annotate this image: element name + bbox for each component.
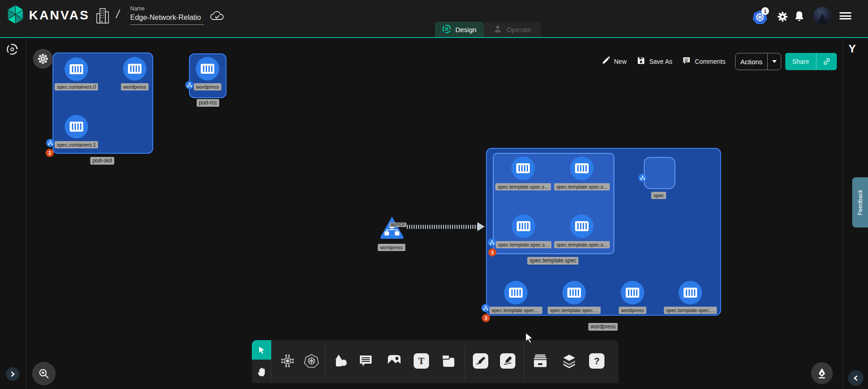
- tab-design[interactable]: Design: [435, 22, 484, 37]
- node-container[interactable]: [65, 57, 88, 81]
- meshery-spiral-icon[interactable]: [6, 43, 18, 57]
- node-label: spec.containers.1: [55, 141, 98, 148]
- container-icon: [70, 122, 83, 132]
- comment-icon: [682, 57, 691, 66]
- node-container[interactable]: [196, 57, 219, 81]
- node-spec[interactable]: [644, 157, 675, 189]
- error-count-badge[interactable]: 3: [488, 248, 496, 256]
- text-tool-button[interactable]: T: [412, 352, 430, 370]
- kubernetes-tool-button[interactable]: [302, 352, 321, 370]
- container-icon: [626, 288, 639, 298]
- zoom-search-button[interactable]: [32, 362, 56, 385]
- node-container[interactable]: [504, 281, 528, 304]
- expand-left-panel-button[interactable]: [6, 367, 19, 381]
- node-label: spec.template.spec.s...: [496, 241, 552, 248]
- container-icon: [201, 64, 214, 74]
- node-container[interactable]: [512, 214, 535, 238]
- canvas-flower-button[interactable]: [33, 49, 53, 69]
- error-count-badge[interactable]: 2: [46, 149, 54, 157]
- sitemap-badge-icon[interactable]: [185, 81, 193, 89]
- draw-line-tool-button[interactable]: [472, 352, 490, 370]
- sitemap-badge-icon[interactable]: [481, 304, 490, 312]
- group-label: pod-rcc: [197, 99, 219, 107]
- group-label: pod-skd: [90, 157, 114, 165]
- node-label: spec.template.spec....: [664, 307, 717, 314]
- note-tool-button[interactable]: [439, 352, 458, 370]
- container-icon: [516, 163, 530, 173]
- organization-building-icon[interactable]: [95, 7, 110, 24]
- save-as-label: Save As: [649, 58, 672, 65]
- operate-person-icon: [493, 24, 502, 35]
- save-as-button[interactable]: Save As: [637, 57, 672, 66]
- node-container[interactable]: [511, 157, 535, 180]
- floppy-disk-icon: [637, 57, 645, 66]
- image-tool-button[interactable]: [385, 352, 403, 370]
- group-label: spec.template.spec: [527, 257, 578, 265]
- node-service-triangle[interactable]: [379, 215, 405, 242]
- components-chip-button[interactable]: [278, 352, 297, 370]
- draw-freehand-tool-button[interactable]: [499, 352, 517, 370]
- chevron-down-icon: [772, 60, 777, 63]
- sitemap-badge-icon[interactable]: [638, 174, 646, 182]
- feedback-label: Feedback: [857, 190, 863, 215]
- actions-dropdown-button[interactable]: Actions: [735, 53, 781, 70]
- notifications-bell-icon[interactable]: [794, 10, 805, 22]
- select-tool-button[interactable]: [252, 340, 271, 360]
- node-container[interactable]: [570, 157, 594, 180]
- archive-drawer-button[interactable]: [531, 352, 549, 370]
- copy-link-icon[interactable]: [816, 53, 837, 70]
- edge-port-label: 80/TCP: [390, 223, 406, 227]
- kanvas-logo[interactable]: KANVAS: [6, 5, 90, 26]
- new-button[interactable]: New: [602, 57, 627, 66]
- help-button[interactable]: ?: [588, 352, 606, 370]
- node-container[interactable]: [65, 115, 88, 138]
- settings-gear-icon[interactable]: [777, 11, 788, 23]
- sitemap-badge-icon[interactable]: [46, 139, 54, 147]
- node-label: wordpress: [619, 307, 646, 314]
- left-rail-divider: [26, 39, 26, 389]
- pen-nib-button[interactable]: [811, 362, 833, 384]
- logo-wordmark: KANVAS: [29, 8, 90, 23]
- node-label: spec.containers.0: [55, 83, 98, 90]
- cloud-sync-icon: [209, 10, 225, 23]
- node-container[interactable]: [123, 57, 146, 81]
- node-label: wordpress: [194, 83, 222, 90]
- pencil-icon: [602, 57, 610, 66]
- node-label: spec.template.spec.s...: [495, 183, 551, 190]
- layers-button[interactable]: [560, 352, 578, 370]
- node-container[interactable]: [679, 281, 702, 304]
- feedback-tab[interactable]: Feedback: [852, 177, 868, 228]
- node-container[interactable]: [570, 214, 594, 238]
- menu-icon[interactable]: [840, 12, 851, 19]
- comment-tool-button[interactable]: [357, 352, 375, 370]
- node-label: wordpress: [378, 244, 406, 251]
- pan-tool-button[interactable]: [252, 360, 271, 383]
- design-name-label: Name: [130, 5, 204, 12]
- right-rail-divider: [843, 39, 843, 389]
- shapes-tool-button[interactable]: [331, 352, 349, 370]
- actions-caret[interactable]: [767, 53, 781, 70]
- design-name-field[interactable]: Name Edge-Network-Relatio: [130, 5, 204, 25]
- node-label: spec.template.spec.s...: [554, 183, 610, 190]
- error-count-badge[interactable]: 3: [482, 314, 490, 322]
- collapse-right-panel-button[interactable]: [848, 370, 863, 386]
- container-icon: [575, 163, 589, 173]
- edge-arrowhead-icon: [477, 222, 485, 231]
- node-container[interactable]: [562, 281, 586, 304]
- service-edge[interactable]: [407, 225, 478, 229]
- sitemap-badge-icon[interactable]: [488, 238, 496, 247]
- share-button[interactable]: Share: [785, 53, 837, 70]
- group-label: wordpress: [588, 323, 618, 331]
- tab-operate[interactable]: Operate: [484, 22, 541, 37]
- comments-button[interactable]: Comments: [682, 57, 726, 66]
- tab-operate-label: Operate: [506, 26, 531, 33]
- node-container[interactable]: [621, 281, 644, 304]
- design-spiral-icon: [442, 24, 451, 35]
- kanvas-hexagon-icon: [6, 5, 24, 26]
- container-icon: [517, 221, 530, 231]
- container-icon: [575, 221, 589, 231]
- right-rail-y-glyph[interactable]: Y: [849, 43, 856, 55]
- design-name-input[interactable]: Edge-Network-Relatio: [130, 14, 204, 25]
- user-avatar[interactable]: [813, 7, 831, 25]
- breadcrumb-slash: /: [115, 7, 121, 21]
